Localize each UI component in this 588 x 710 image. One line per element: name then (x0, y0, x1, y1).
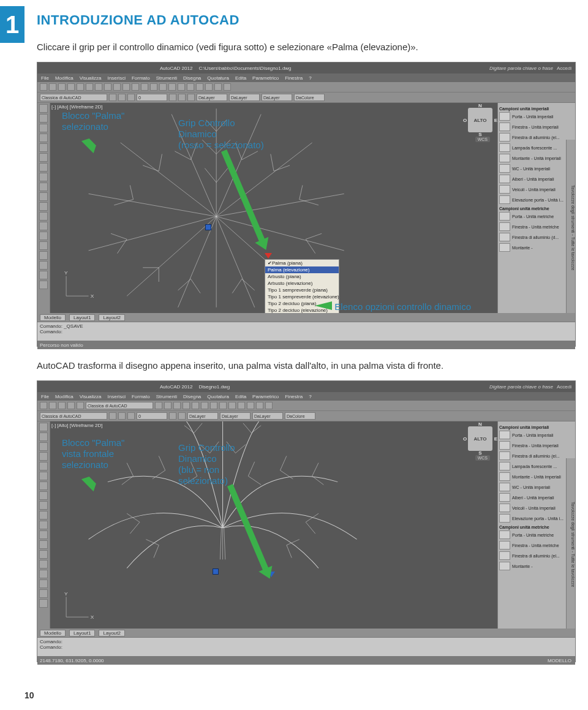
palette-item[interactable]: Montante - Unità imperiali (499, 154, 567, 162)
menu-item[interactable]: Strumenti (156, 394, 177, 399)
wipeout-icon[interactable] (39, 232, 48, 240)
tool-icon[interactable] (40, 83, 47, 91)
tool-icon[interactable] (201, 402, 208, 409)
palette-item[interactable]: Finestra di alluminio (el... (499, 451, 567, 460)
command-line[interactable]: Comando: Comando: (37, 637, 575, 656)
tool-icon[interactable] (132, 83, 139, 91)
b-icon[interactable] (39, 261, 48, 270)
table-icon[interactable] (39, 521, 48, 529)
wcs-label[interactable]: WCS (475, 455, 490, 461)
tool-icon[interactable] (224, 83, 231, 91)
palette-item[interactable]: WC - Unità imperiali (499, 164, 567, 173)
command-line[interactable]: Comando: _QSAVE Comando: (37, 322, 575, 341)
palette-item[interactable]: Alberi - Unità imperiali (499, 493, 567, 502)
menu-item[interactable]: Modifica (55, 75, 74, 81)
menu-item[interactable]: Parametrico (252, 75, 279, 81)
line-icon[interactable] (39, 104, 48, 113)
palette-item[interactable]: Alberi - Unità imperiali (499, 175, 567, 183)
viewcube[interactable]: ALTO N S E O (468, 108, 492, 132)
menu-item[interactable]: Edita (235, 75, 246, 81)
tool-icon[interactable] (178, 94, 186, 101)
tool-icon[interactable] (178, 83, 185, 91)
tool-icon[interactable] (58, 402, 66, 409)
rect-icon[interactable] (39, 462, 48, 470)
tool-icon[interactable] (127, 94, 135, 101)
palette-item[interactable]: Porta - Unità imperiali (499, 112, 567, 121)
signin[interactable]: Accedi (557, 66, 571, 71)
tool-icon[interactable] (196, 83, 203, 91)
layer-color[interactable]: DaLayer (197, 94, 227, 101)
tab-layout1[interactable]: Layout1 (69, 314, 95, 321)
search-box[interactable]: Digitare parola chiave o frase (489, 384, 553, 390)
palette-item[interactable]: Veicoli - Unità imperiali (499, 504, 567, 512)
tool-icon[interactable] (123, 83, 130, 91)
menu-item[interactable]: Visualizza (80, 394, 102, 399)
palette-item[interactable]: Lampada florescente ... (499, 143, 567, 152)
wcs-label[interactable]: WCS (475, 137, 490, 142)
dd-item[interactable]: Arbusto (elevazione) (265, 280, 339, 287)
tool-icon[interactable] (58, 83, 66, 91)
circle-icon[interactable] (39, 124, 48, 132)
tool-icon[interactable] (168, 83, 176, 91)
tool-icon[interactable] (118, 94, 126, 101)
tool-icon[interactable] (67, 402, 75, 409)
palette-item[interactable]: WC - Unità imperiali (499, 483, 567, 491)
menu-item[interactable]: Disegna (183, 394, 201, 399)
palette-item[interactable]: Lampada florescente ... (499, 462, 567, 470)
dd-item[interactable]: Tipo 1 sempreverde (elevazione) (265, 293, 339, 300)
palette-item[interactable]: Finestra - Unità imperiali (499, 123, 567, 131)
tab-layout2[interactable]: Layout2 (99, 630, 124, 636)
menu-item[interactable]: Inserisci (108, 75, 126, 81)
text-icon[interactable] (39, 511, 48, 519)
palette-item[interactable]: Porta - Unità metriche (499, 212, 567, 221)
menu-item[interactable]: File (41, 394, 49, 399)
block-grip[interactable] (205, 224, 211, 230)
viewcube[interactable]: ALTO N S E O (468, 426, 492, 451)
menu-item[interactable]: Inserisci (108, 394, 126, 399)
menu-item[interactable]: Formato (132, 75, 150, 81)
tool-icon[interactable] (247, 402, 254, 409)
tab-layout2[interactable]: Layout2 (99, 314, 124, 321)
dd-item[interactable]: Tipo 1 sempreverde (piana) (265, 287, 339, 293)
tool-icon[interactable] (40, 402, 47, 409)
dd-item[interactable]: Palma (elevazione) (265, 266, 339, 273)
tool-palette[interactable]: Tavolozze degli strumenti - Tutte le tav… (497, 421, 575, 629)
menu-item[interactable]: Parametrico (252, 394, 279, 399)
b-icon[interactable] (39, 580, 48, 588)
menu-item[interactable]: ? (309, 394, 311, 399)
hatch-icon[interactable] (39, 153, 48, 162)
menu-item[interactable]: ? (309, 75, 311, 81)
tool-icon[interactable] (228, 402, 236, 409)
tool-icon[interactable] (210, 402, 217, 409)
tool-icon[interactable] (77, 402, 84, 409)
spline-icon[interactable] (39, 163, 48, 172)
tool-icon[interactable] (192, 402, 199, 409)
menu-item[interactable]: Finestra (285, 394, 303, 399)
d-icon[interactable] (39, 281, 48, 289)
tool-icon[interactable] (155, 402, 162, 409)
revision-icon[interactable] (39, 241, 48, 250)
tool-icon[interactable] (219, 402, 227, 409)
layer-box[interactable]: 0 (137, 94, 167, 101)
dynamic-grip-selected[interactable] (265, 253, 272, 259)
palette-item[interactable]: Finestra - Unità metriche (499, 541, 567, 549)
rect-icon[interactable] (39, 143, 48, 152)
layer-ltype[interactable]: DaLayer (229, 94, 260, 101)
search-box[interactable]: Digitare parola chiave o frase (489, 66, 553, 71)
tab-model[interactable]: Modello (40, 630, 66, 636)
dd-item[interactable]: Arbusto (piana) (265, 273, 339, 280)
tool-icon[interactable] (173, 402, 181, 409)
revision-icon[interactable] (39, 560, 48, 568)
layer-lw[interactable]: DaLayer (262, 94, 292, 101)
ellipse-icon[interactable] (39, 173, 48, 181)
block-grip[interactable] (213, 568, 219, 575)
workspace-dropdown[interactable]: Classica di AutoCAD (40, 412, 107, 420)
palette-item[interactable]: Elevazione porta - Unità i... (499, 195, 567, 204)
layer-ltype[interactable]: DaLayer (220, 412, 251, 420)
model-indicator[interactable]: MODELLO (548, 658, 575, 663)
menubar[interactable]: File Modifica Visualizza Inserisci Forma… (37, 392, 575, 401)
c-icon[interactable] (39, 271, 48, 279)
line-icon[interactable] (39, 423, 48, 431)
a-icon[interactable] (39, 251, 48, 260)
tab-layout1[interactable]: Layout1 (69, 630, 95, 636)
